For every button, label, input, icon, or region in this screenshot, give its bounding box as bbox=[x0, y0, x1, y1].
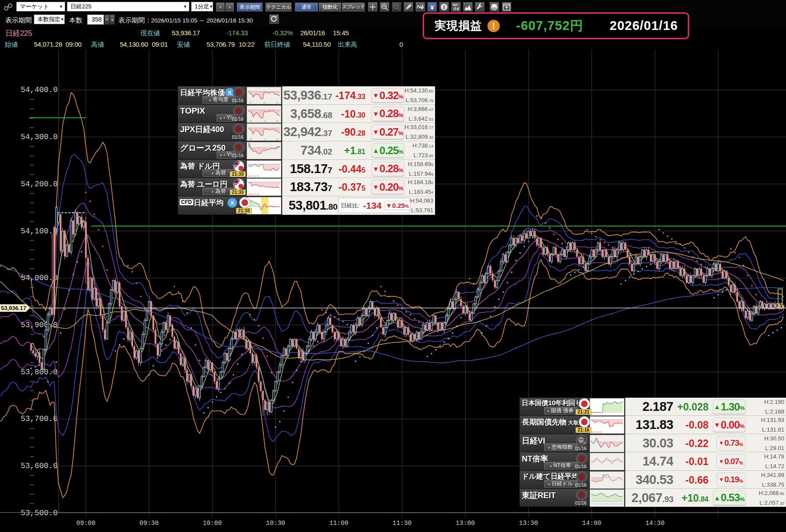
svg-text:15: 15 bbox=[276, 138, 279, 140]
svg-text:53,600.0: 53,600.0 bbox=[21, 462, 58, 470]
svg-text:MY: MY bbox=[453, 3, 458, 7]
svg-text:10: 10 bbox=[263, 120, 266, 122]
svg-text:10: 10 bbox=[263, 102, 266, 104]
svg-text:10:00: 10:00 bbox=[203, 520, 222, 527]
svg-text:08 10 12 14: 08 10 12 14 bbox=[248, 175, 259, 177]
svg-text:11:00: 11:00 bbox=[329, 520, 349, 527]
svg-text:13:00: 13:00 bbox=[456, 520, 475, 527]
svg-text:09:00: 09:00 bbox=[76, 520, 96, 527]
svg-text:CP: CP bbox=[249, 102, 252, 104]
svg-text:54,200.0: 54,200.0 bbox=[21, 180, 58, 188]
svg-text:53,936.17: 53,936.17 bbox=[1, 305, 26, 311]
svg-text:CP: CP bbox=[249, 120, 252, 122]
svg-text:10: 10 bbox=[263, 138, 266, 140]
svg-text:10:30: 10:30 bbox=[266, 520, 285, 527]
svg-text:53,700.0: 53,700.0 bbox=[21, 414, 58, 423]
svg-text:X: X bbox=[228, 89, 232, 96]
svg-text:14:30: 14:30 bbox=[646, 520, 665, 527]
svg-text:08 10 12 14: 08 10 12 14 bbox=[248, 193, 259, 196]
svg-text:X: X bbox=[230, 200, 234, 206]
svg-text:13:30: 13:30 bbox=[519, 520, 538, 527]
svg-text:53,500.0: 53,500.0 bbox=[21, 509, 58, 517]
svg-text:i: i bbox=[443, 4, 445, 10]
svg-text:09:30: 09:30 bbox=[140, 520, 159, 527]
svg-text:CP: CP bbox=[249, 138, 252, 140]
svg-text:15: 15 bbox=[276, 102, 279, 104]
svg-text:54,400.0: 54,400.0 bbox=[21, 85, 58, 94]
svg-text:14:00: 14:00 bbox=[582, 520, 601, 527]
svg-text:15: 15 bbox=[276, 120, 279, 122]
svg-text:54,300.0: 54,300.0 bbox=[21, 133, 58, 141]
svg-text:11:30: 11:30 bbox=[392, 520, 412, 527]
svg-text:08 10 12 14: 08 10 12 14 bbox=[591, 431, 602, 433]
svg-text:¥: ¥ bbox=[430, 3, 434, 11]
